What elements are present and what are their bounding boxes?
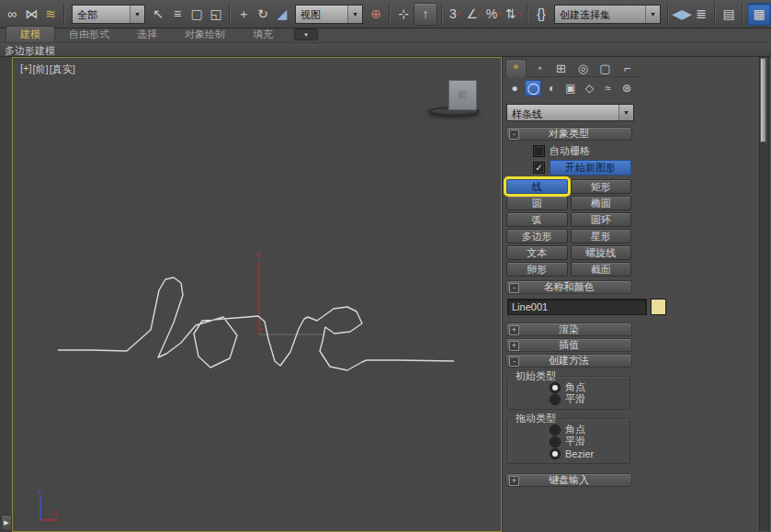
tripod-z-label: z [38, 487, 42, 496]
drag-type-bezier-radio[interactable]: Bezier [508, 447, 629, 459]
shape-category-combo[interactable]: 样条线 ▼ [506, 104, 634, 121]
arc-button[interactable]: 弧 [506, 212, 568, 227]
window-crossing-icon[interactable]: ◱ [207, 4, 225, 25]
spinner-snap-icon[interactable]: ⇅∩ [505, 4, 523, 25]
expand-icon[interactable]: + [509, 476, 519, 486]
lights-category[interactable]: ◐ [544, 80, 561, 96]
named-selection-sets-combo[interactable]: 创建选择集 ▼ [554, 5, 661, 24]
object-type-rollout-header[interactable]: - 对象类型 [505, 127, 632, 141]
radio-dot [550, 394, 561, 405]
chevron-down-icon[interactable]: ▼ [618, 105, 633, 120]
shapes-category[interactable]: ◯ [525, 80, 541, 96]
space-warps-category[interactable]: ≈ [600, 80, 617, 96]
select-and-link-icon[interactable]: ∞ [3, 4, 21, 25]
start-new-shape-checkbox[interactable]: ✓ [533, 162, 545, 174]
use-pivot-point-center-icon[interactable]: ⊕ [367, 4, 385, 25]
ribbon-minimize-button[interactable]: ▾ [294, 28, 318, 40]
expand-icon[interactable]: + [509, 341, 519, 351]
front-viewport[interactable]: [+] [前] [真实] Y z x 前 [12, 57, 502, 532]
select-and-move-icon[interactable]: ＋ [234, 4, 253, 25]
expand-icon[interactable]: + [509, 325, 519, 335]
egg-button[interactable]: 卵形 [506, 262, 568, 277]
ribbon-tab-bar: 建模自由形式选择对象绘制填充 ▾ [0, 28, 771, 43]
motion-tab[interactable]: ◎ [573, 60, 593, 77]
viewport-menu-view[interactable]: [前] [33, 62, 49, 76]
selection-filter-combo[interactable]: 全部 ▼ [72, 5, 145, 24]
ribbon-tab-populate[interactable]: 填充 [239, 27, 287, 42]
mirror-icon[interactable]: ◀▶ [673, 4, 691, 25]
select-and-manipulate-icon[interactable]: ⊹ [394, 4, 413, 25]
display-tab[interactable]: ▢ [595, 60, 615, 77]
color-swatch[interactable] [651, 299, 666, 315]
cameras-category[interactable]: ▣ [562, 80, 579, 96]
utilities-tab[interactable]: ⌐ [618, 60, 637, 77]
select-and-rotate-icon[interactable]: ↻ [254, 4, 272, 25]
ribbon-toggle-icon[interactable]: ▦ [747, 3, 771, 26]
viewcube[interactable]: 前 [428, 80, 482, 119]
start-new-shape-button[interactable]: 开始新图形 [550, 160, 631, 175]
viewport-menu-shading[interactable]: [真实] [50, 62, 75, 76]
hierarchy-tab[interactable]: ⊞ [551, 60, 571, 77]
creation-method-rollout: - 创建方法 初始类型 角点平滑 拖动类型 角点平滑Bezier [505, 354, 632, 464]
toolbar-separator [742, 4, 743, 24]
create-tab[interactable]: ＊ [505, 59, 527, 77]
viewport-menu-general[interactable]: [+] [20, 62, 32, 76]
chevron-down-icon[interactable]: ▼ [645, 6, 660, 23]
rectangular-selection-region-icon[interactable]: ▢ [187, 4, 206, 25]
unlink-selection-icon[interactable]: ⋈ [22, 4, 40, 25]
collapse-icon[interactable]: - [509, 130, 519, 140]
snap-toggle-3d-icon[interactable]: 3∩ [447, 4, 465, 25]
keyboard-shortcut-override-icon[interactable]: ↑ [414, 3, 437, 26]
chevron-down-icon[interactable]: ▼ [130, 6, 144, 23]
collapse-icon[interactable]: - [509, 283, 519, 293]
systems-category[interactable]: ⊛ [618, 80, 635, 96]
select-and-scale-icon[interactable]: ◢ [273, 4, 291, 25]
creation-method-rollout-header[interactable]: - 创建方法 [505, 354, 632, 368]
radio-dot [550, 424, 561, 436]
chevron-down-icon[interactable]: ▼ [347, 6, 362, 23]
align-icon[interactable]: ≣ [692, 4, 710, 25]
object-type-rollout: - 对象类型 自动栅格 ✓ 开始新图形 线矩形圆椭圆弧圆环多边形星形文本螺旋线卵… [505, 127, 632, 277]
text-button[interactable]: 文本 [506, 245, 568, 260]
bind-to-space-warp-icon[interactable]: ≋ [41, 4, 60, 25]
select-object-icon[interactable]: ↖ [149, 4, 167, 25]
reference-coordinate-combo[interactable]: 视图 ▼ [295, 5, 363, 24]
scrollbar-thumb[interactable] [760, 58, 766, 142]
ngon-button[interactable]: 多边形 [506, 229, 568, 243]
percent-snap-icon[interactable]: %∩ [485, 4, 504, 25]
collapse-icon[interactable]: - [509, 357, 519, 367]
edit-named-selection-sets-icon[interactable]: {} [532, 4, 550, 25]
object-name-input[interactable] [507, 299, 647, 315]
helix-button[interactable]: 螺旋线 [571, 245, 632, 260]
interpolation-rollout-header[interactable]: + 插值 [505, 338, 632, 352]
ribbon-tab-selection[interactable]: 选择 [123, 27, 171, 42]
expand-panel-button[interactable]: ▶ [1, 515, 12, 531]
select-by-name-icon[interactable]: ≡ [168, 4, 187, 25]
ribbon-panel-polygon-modeling[interactable]: 多边形建模 [0, 43, 771, 57]
rectangle-button[interactable]: 矩形 [571, 179, 632, 194]
helpers-category[interactable]: ◇ [581, 80, 597, 96]
angle-snap-icon[interactable]: ∠∩ [466, 4, 484, 25]
rendering-rollout-header[interactable]: + 渲染 [505, 323, 632, 336]
ellipse-button[interactable]: 椭圆 [571, 196, 632, 210]
autogrid-checkbox[interactable] [533, 145, 545, 157]
geometry-category[interactable]: ● [506, 80, 523, 96]
ribbon-tab-freeform[interactable]: 自由形式 [55, 27, 123, 42]
command-panel-scrollbar[interactable] [759, 57, 769, 531]
radio-dot [550, 382, 561, 393]
ribbon-tab-object-paint[interactable]: 对象绘制 [171, 27, 239, 42]
ribbon-tab-modeling[interactable]: 建模 [6, 26, 55, 42]
circle-button[interactable]: 圆 [506, 196, 568, 210]
star-button[interactable]: 星形 [571, 229, 632, 243]
initial-type-smooth-radio[interactable]: 平滑 [508, 393, 629, 405]
line-button[interactable]: 线 [506, 179, 568, 194]
viewcube-front-face[interactable]: 前 [448, 80, 477, 110]
drag-type-smooth-radio[interactable]: 平滑 [508, 436, 629, 447]
radio-dot [550, 436, 561, 447]
layer-manager-icon[interactable]: ▤ [720, 4, 738, 25]
modify-tab[interactable]: ◔ [529, 60, 549, 77]
section-button[interactable]: 截面 [571, 262, 632, 277]
name-color-rollout-header[interactable]: - 名称和颜色 [505, 280, 632, 294]
keyboard-entry-rollout-header[interactable]: + 键盘输入 [505, 473, 632, 487]
donut-button[interactable]: 圆环 [571, 212, 632, 227]
